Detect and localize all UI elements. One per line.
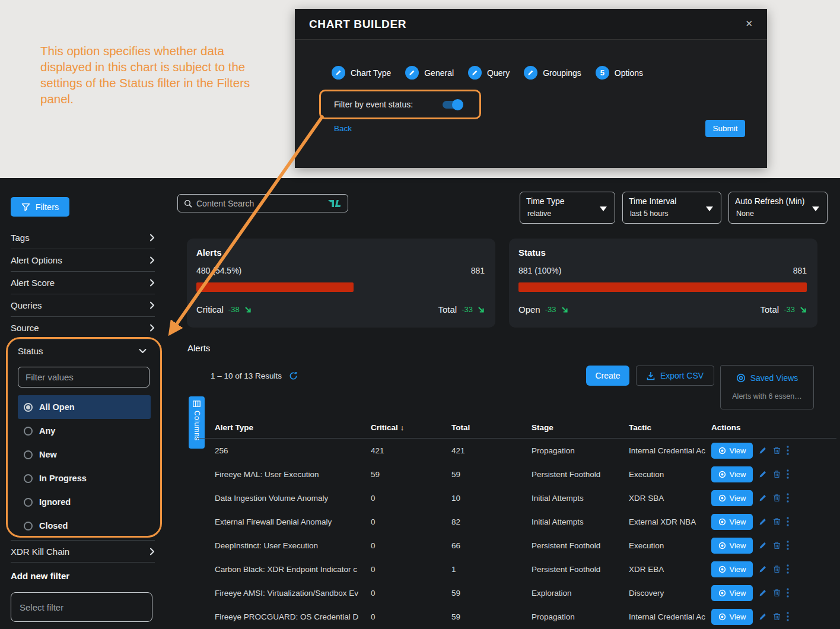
sidebar-filter-group[interactable]: Tags — [11, 227, 155, 249]
step-circle — [405, 66, 419, 80]
header-total[interactable]: Total — [451, 423, 532, 432]
refresh-icon[interactable] — [289, 371, 298, 380]
sidebar-filter-group[interactable]: Source — [11, 317, 155, 339]
delete-button[interactable] — [773, 541, 781, 549]
table-row[interactable]: Fireeye PROCGUARD: OS Credential D 0 59 … — [197, 605, 836, 628]
filters-button[interactable]: Filters — [11, 197, 69, 217]
card-right-value: 881 — [793, 266, 807, 275]
table-row[interactable]: External Firewall Denial Anomaly 0 82 In… — [197, 510, 836, 533]
view-button[interactable]: View — [711, 585, 753, 601]
status-option-label: All Open — [39, 402, 75, 412]
more-actions-button[interactable] — [787, 564, 789, 574]
view-button[interactable]: View — [711, 561, 753, 577]
more-actions-button[interactable] — [787, 541, 789, 550]
wizard-step[interactable]: Query — [454, 66, 510, 80]
header-critical[interactable]: Critical↓ — [371, 423, 451, 432]
table-row[interactable]: Carbon Black: XDR Endpoint Indicator c 0… — [197, 557, 836, 581]
view-button[interactable]: View — [711, 514, 753, 530]
more-actions-button[interactable] — [787, 612, 789, 621]
status-option-label: Any — [39, 426, 55, 436]
status-group-header[interactable]: Status — [11, 337, 155, 364]
edit-button[interactable] — [759, 470, 767, 478]
delete-button[interactable] — [773, 612, 781, 621]
delete-button[interactable] — [773, 470, 781, 478]
wizard-step[interactable]: Groupings — [510, 66, 581, 80]
kebab-menu-icon — [787, 612, 789, 621]
view-button[interactable]: View — [711, 490, 753, 506]
delete-button[interactable] — [773, 565, 781, 573]
sidebar-filter-group[interactable]: XDR Kill Chain — [11, 540, 155, 563]
status-option[interactable]: New — [18, 443, 151, 466]
table-row[interactable]: Fireeye AMSI: Virtualization/Sandbox Ev … — [197, 581, 836, 605]
dropdown-value: None — [736, 209, 821, 218]
cell-total: 66 — [451, 541, 532, 550]
filter-values-input[interactable] — [18, 367, 149, 387]
view-button[interactable]: View — [711, 466, 753, 482]
more-actions-button[interactable] — [787, 588, 789, 598]
submit-button[interactable]: Submit — [705, 120, 745, 137]
time-dropdown[interactable]: Auto Refresh (Min) None — [728, 192, 828, 224]
table-row[interactable]: 256 421 421 Propagation Internal Credent… — [197, 439, 836, 462]
content-search — [177, 194, 348, 212]
table-row[interactable]: Data Ingestion Volume Anomaly 0 10 Initi… — [197, 486, 836, 510]
wizard-step[interactable]: Chart Type — [317, 66, 391, 80]
more-actions-button[interactable] — [787, 469, 789, 479]
sidebar-filter-group[interactable]: Alert Options — [11, 249, 155, 272]
edit-button[interactable] — [759, 565, 767, 573]
cell-total: 59 — [451, 470, 532, 479]
delete-button[interactable] — [773, 494, 781, 502]
header-alert-type[interactable]: Alert Type — [215, 423, 371, 432]
wizard-step[interactable]: General — [391, 66, 454, 80]
create-button[interactable]: Create — [586, 366, 629, 386]
header-tactic[interactable]: Tactic — [629, 423, 711, 432]
edit-button[interactable] — [759, 446, 767, 455]
edit-button[interactable] — [759, 517, 767, 526]
header-stage[interactable]: Stage — [532, 423, 629, 432]
cell-critical: 59 — [371, 470, 451, 479]
status-option[interactable]: Ignored — [18, 490, 151, 514]
edit-button[interactable] — [759, 494, 767, 502]
more-actions-button[interactable] — [787, 517, 789, 526]
sidebar-filter-group[interactable]: Alert Score — [11, 272, 155, 294]
table-body: 256 421 421 Propagation Internal Credent… — [197, 439, 836, 628]
event-status-toggle[interactable] — [443, 101, 462, 109]
view-button[interactable]: View — [711, 443, 753, 459]
edit-button[interactable] — [759, 612, 767, 621]
step-number: 5 — [600, 68, 604, 77]
search-input[interactable] — [196, 199, 327, 208]
delete-button[interactable] — [773, 589, 781, 597]
wizard-step[interactable]: 5 Options — [581, 66, 643, 80]
trash-icon — [773, 494, 781, 502]
status-option[interactable]: Closed — [18, 514, 151, 538]
screen: This option specifies whether data displ… — [0, 0, 840, 629]
table-row[interactable]: DeepInstinct: User Execution 0 66 Persis… — [197, 533, 836, 557]
time-controls: Time Type relative Time Interval last 5 … — [520, 192, 828, 224]
export-csv-button[interactable]: Export CSV — [636, 366, 714, 386]
dropdown-value: relative — [527, 209, 609, 218]
edit-button[interactable] — [759, 589, 767, 597]
time-dropdown[interactable]: Time Type relative — [520, 192, 615, 224]
status-option[interactable]: All Open — [18, 395, 151, 419]
chevron-right-icon — [149, 234, 155, 242]
status-option[interactable]: In Progress — [18, 466, 151, 490]
cell-tactic: Execution — [629, 541, 711, 550]
edit-button[interactable] — [759, 541, 767, 549]
select-filter-input[interactable] — [11, 592, 152, 622]
view-button[interactable]: View — [711, 538, 753, 554]
saved-views-dropdown[interactable]: Saved Views Alerts with 6 essen… — [720, 365, 814, 409]
pencil-icon — [759, 612, 767, 621]
status-option[interactable]: Any — [18, 419, 151, 443]
view-button[interactable]: View — [711, 609, 753, 625]
sidebar-filter-group[interactable]: Queries — [11, 294, 155, 317]
funnel-icon — [21, 203, 30, 211]
back-link[interactable]: Back — [334, 124, 352, 133]
more-actions-button[interactable] — [787, 446, 789, 455]
table-row[interactable]: Fireeye MAL: User Execution 59 59 Persis… — [197, 462, 836, 486]
close-icon[interactable]: ✕ — [743, 17, 755, 30]
time-dropdown[interactable]: Time Interval last 5 hours — [622, 192, 721, 224]
delete-button[interactable] — [773, 517, 781, 526]
radio-icon — [24, 403, 33, 412]
more-actions-button[interactable] — [787, 493, 789, 503]
chevron-down-icon — [139, 348, 147, 354]
delete-button[interactable] — [773, 446, 781, 455]
